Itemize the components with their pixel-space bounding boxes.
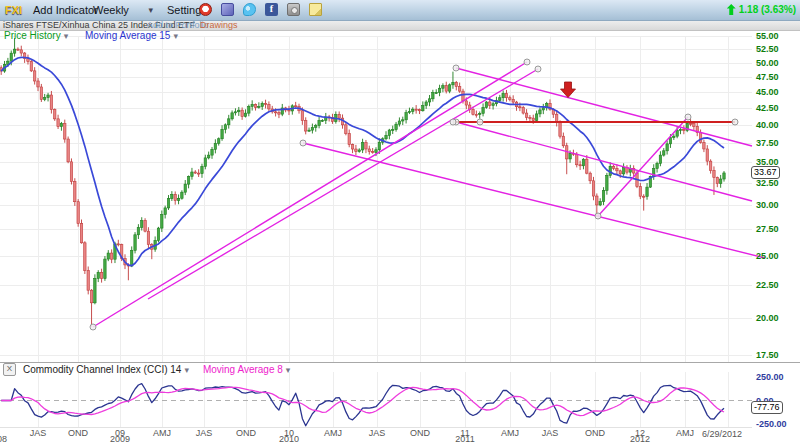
close-icon[interactable]: X (3, 363, 16, 376)
price-pane-legend: Price History▾ Moving Average 15▾ (4, 30, 178, 41)
price-axis-label: 32.50 (756, 178, 779, 188)
charting-app-window: 55.0052.5050.0047.5045.0042.5040.0037.50… (0, 0, 800, 443)
price-axis-label: 52.50 (756, 44, 779, 54)
change-text: 1.18 (3.63%) (739, 4, 796, 15)
legend-cci[interactable]: Commodity Channel Index (CCI) 14▾ (23, 364, 189, 375)
date-axis-label: JAS (30, 428, 47, 438)
date-axis-label: JAS (196, 428, 213, 438)
price-axis-label: 40.00 (756, 120, 779, 130)
cube-icon[interactable] (221, 3, 234, 16)
price-axis-label: 45.00 (756, 87, 779, 97)
date-axis-label: OND (236, 428, 257, 438)
timeframe-dropdown[interactable]: Weekly▾ (93, 4, 153, 16)
chevron-down-icon: ▾ (286, 365, 291, 375)
candlestick-series (0, 38, 725, 326)
cci-line (1, 384, 724, 426)
date-axis-label: JAS (369, 428, 386, 438)
price-axis-label: 47.50 (756, 72, 779, 82)
legend-price-history[interactable]: Price History▾ (4, 30, 68, 41)
price-axis-label: 42.50 (756, 103, 779, 113)
price-axis-label: 55.00 (756, 31, 779, 41)
cci-axis-label: 250.00 (756, 372, 784, 382)
symbol-label: FXI (5, 4, 22, 16)
last-cci-box: -77.76 (751, 401, 783, 414)
date-axis-year-label: 08 (0, 434, 7, 443)
date-axis-label: AMJ (153, 428, 171, 438)
date-axis-label: OND (68, 428, 89, 438)
chevron-down-icon: ▾ (148, 5, 153, 15)
cci-pane-header: X Commodity Channel Index (CCI) 14▾ Movi… (3, 363, 290, 376)
alarm-icon[interactable] (199, 3, 212, 16)
cci-axis-label: -250.00 (756, 419, 787, 429)
note-icon[interactable] (309, 3, 322, 16)
price-axis-label: 37.50 (756, 138, 779, 148)
date-axis-year-label: 2012 (630, 434, 650, 443)
twitter-icon[interactable] (243, 3, 256, 16)
date-axis-label: JAS (542, 428, 559, 438)
last-price-box: 33.67 (751, 166, 780, 179)
up-arrow-icon (727, 4, 736, 15)
camera-icon[interactable] (287, 3, 300, 16)
ma15-line (1, 57, 724, 265)
chevron-down-icon: ▾ (64, 31, 69, 41)
date-axis-label: AMJ (676, 428, 694, 438)
legend-moving-average-8[interactable]: Moving Average 8▾ (203, 364, 290, 375)
date-axis-label: AMJ (501, 428, 519, 438)
toolbar-icons: f (199, 3, 322, 16)
date-axis-year-label: 2010 (279, 434, 299, 443)
price-axis-label: 30.00 (756, 200, 779, 210)
facebook-icon[interactable]: f (265, 3, 278, 16)
chevron-down-icon: ▾ (173, 31, 178, 41)
price-axis-label: 27.50 (756, 224, 779, 234)
date-axis-label: AMJ (324, 428, 342, 438)
price-axis-label: 20.00 (756, 313, 779, 323)
date-axis-label: OND (585, 428, 606, 438)
timeframe-value: Weekly (93, 4, 129, 16)
drawings-link[interactable]: Drawings (200, 21, 238, 30)
toolbar: FXI Add Indicator Weekly▾ Settings f 1.1… (0, 0, 800, 21)
price-axis-label: 22.50 (756, 280, 779, 290)
price-axis-label: 50.00 (756, 58, 779, 68)
end-date-label: 6/29/2012 (702, 429, 742, 439)
price-change: 1.18 (3.63%) (727, 4, 796, 15)
cci-ma-line (1, 387, 724, 415)
date-axis-year-label: 2009 (110, 434, 130, 443)
date-axis-label: OND (410, 428, 431, 438)
price-axis-label: 25.00 (756, 251, 779, 261)
date-axis-year-label: 2011 (455, 434, 474, 443)
legend-moving-average-15[interactable]: Moving Average 15▾ (85, 30, 178, 41)
chevron-down-icon: ▾ (184, 365, 189, 375)
trendline-drawings[interactable] (90, 59, 765, 330)
info-bar: iShares FTSE/Xinhua China 25 Index Fund … (0, 21, 800, 31)
menu-add-indicator[interactable]: Add Indicator (33, 4, 98, 16)
price-axis-label: 17.50 (756, 350, 779, 360)
chart-canvas[interactable]: 55.0052.5050.0047.5045.0042.5040.0037.50… (0, 0, 800, 443)
